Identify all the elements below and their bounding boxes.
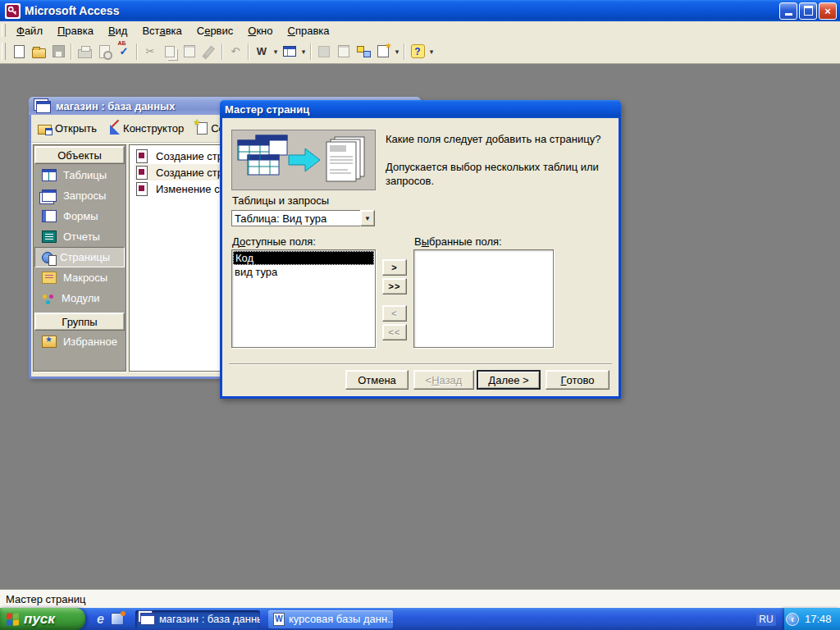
available-fields-listbox[interactable]: Код вид тура <box>231 249 376 348</box>
tables-queries-combobox[interactable]: Таблица: Вид тура ▼ <box>231 210 375 226</box>
office-links-button[interactable]: W <box>252 42 272 62</box>
reports-icon <box>42 231 57 243</box>
internet-explorer-icon[interactable]: e <box>97 612 104 627</box>
minimize-button[interactable] <box>779 2 797 20</box>
sidebar-item-queries[interactable]: Запросы <box>34 185 125 206</box>
combobox-dropdown-button[interactable]: ▼ <box>360 210 375 226</box>
available-fields-label: Доступные поля: <box>232 235 316 248</box>
spelling-button[interactable]: ✓ <box>114 42 134 62</box>
toolbar-separator <box>248 43 249 60</box>
open-icon <box>32 48 46 58</box>
toolbar-separator <box>221 43 223 60</box>
next-button[interactable]: Далее > <box>477 370 541 390</box>
save-icon <box>52 45 65 57</box>
windows-logo-icon <box>7 612 19 626</box>
task-button-database[interactable]: магазин : база данных <box>135 610 260 628</box>
language-indicator[interactable]: RU <box>756 612 776 626</box>
window-title: Microsoft Access <box>25 4 779 17</box>
analyze-icon <box>283 46 296 57</box>
undo-button[interactable]: ↶ <box>226 42 245 62</box>
cut-button[interactable]: ✂ <box>140 42 160 62</box>
selected-fields-listbox[interactable] <box>413 249 554 348</box>
sidebar-header-objects[interactable]: Объекты <box>34 146 125 164</box>
new-button[interactable] <box>9 42 29 62</box>
toolbar-separator <box>71 43 72 60</box>
field-option-selected[interactable]: Код <box>233 251 374 265</box>
start-button[interactable]: пуск <box>0 608 85 630</box>
paste-button[interactable] <box>180 42 199 62</box>
analyze-dropdown[interactable]: ▾ <box>299 48 308 56</box>
tables-icon <box>42 169 57 181</box>
sidebar-item-macros[interactable]: Макросы <box>34 267 125 288</box>
restore-button[interactable] <box>799 2 817 20</box>
new-icon <box>14 45 25 58</box>
menu-help[interactable]: Справка <box>281 23 337 39</box>
menu-view[interactable]: Вид <box>101 23 135 39</box>
statusbar: Мастер страниц <box>0 589 840 608</box>
save-button[interactable] <box>48 42 68 62</box>
new-object-button[interactable] <box>373 42 393 62</box>
format-painter-icon <box>203 45 215 57</box>
cancel-button[interactable]: Отмена <box>345 370 409 390</box>
quick-launch: e <box>97 612 124 627</box>
print-preview-button[interactable] <box>94 42 114 62</box>
toolbar-separator <box>136 43 138 60</box>
back-button[interactable]: < Назад <box>413 370 474 390</box>
clock[interactable]: 17:48 <box>805 613 832 625</box>
hide-icons-chevron[interactable]: ‹ <box>786 613 799 626</box>
office-links-dropdown[interactable]: ▾ <box>272 48 280 56</box>
menu-edit[interactable]: Правка <box>50 23 101 39</box>
toolbar-options-button[interactable]: ▾ <box>427 48 436 56</box>
close-button[interactable]: × <box>819 2 837 20</box>
menu-window[interactable]: Окно <box>240 23 280 39</box>
db-open-icon <box>38 125 52 135</box>
add-all-fields-button[interactable]: >> <box>382 278 407 294</box>
menu-insert[interactable]: Вставка <box>135 23 189 39</box>
sidebar-item-tables[interactable]: Таблицы <box>34 165 125 185</box>
sidebar-item-forms[interactable]: Формы <box>34 206 125 226</box>
print-button[interactable] <box>75 42 94 62</box>
outlook-express-icon[interactable] <box>111 613 124 625</box>
page-wizard-dialog: Мастер страниц <box>220 100 621 399</box>
print-icon <box>78 49 92 58</box>
remove-all-fields-button[interactable]: << <box>382 324 407 340</box>
paste-icon <box>184 45 195 57</box>
sidebar-item-favorites[interactable]: Избранное <box>34 331 125 352</box>
combobox-value: Таблица: Вид тура <box>231 210 360 226</box>
sidebar-header-groups[interactable]: Группы <box>34 313 125 331</box>
analyze-button[interactable] <box>280 42 299 62</box>
finish-button[interactable]: Готово <box>546 370 609 390</box>
objects-sidebar: Объекты Таблицы Запросы Формы Отчеты Стр… <box>33 144 126 372</box>
menubar: Файл Правка Вид Вставка Сервис Окно Спра… <box>0 21 840 40</box>
open-button[interactable] <box>29 42 48 62</box>
sidebar-item-modules[interactable]: Модули <box>34 288 125 308</box>
copy-button[interactable] <box>160 42 180 62</box>
add-field-button[interactable]: > <box>382 259 407 276</box>
properties-button[interactable] <box>334 42 354 62</box>
field-option[interactable]: вид тура <box>233 265 374 279</box>
word-document-icon: W <box>273 613 285 626</box>
db-open-button[interactable]: Открыть <box>38 122 97 135</box>
code-button[interactable] <box>314 42 334 62</box>
dialog-titlebar[interactable]: Мастер страниц <box>220 100 621 118</box>
format-painter-button[interactable] <box>199 42 219 62</box>
task-button-word-document[interactable]: W курсовая базы данн... <box>268 610 393 628</box>
relationships-button[interactable] <box>354 42 373 62</box>
cut-icon: ✂ <box>146 46 155 57</box>
remove-field-button[interactable]: < <box>382 305 407 322</box>
db-design-icon <box>110 125 120 135</box>
menu-tools[interactable]: Сервис <box>189 23 241 39</box>
db-design-button[interactable]: Конструктор <box>110 122 184 135</box>
spelling-icon: ✓ <box>120 46 129 57</box>
titlebar[interactable]: Microsoft Access × <box>0 0 840 21</box>
menubar-grip[interactable] <box>2 24 6 36</box>
help-button[interactable]: ? <box>408 42 427 62</box>
code-icon <box>318 46 330 57</box>
toolbar-grip[interactable] <box>2 43 6 59</box>
menu-file[interactable]: Файл <box>9 23 50 39</box>
sidebar-item-pages[interactable]: Страницы <box>34 247 125 267</box>
undo-icon: ↶ <box>231 46 240 57</box>
database-window-icon <box>36 101 51 113</box>
new-object-dropdown[interactable]: ▾ <box>393 48 401 56</box>
sidebar-item-reports[interactable]: Отчеты <box>34 226 125 247</box>
